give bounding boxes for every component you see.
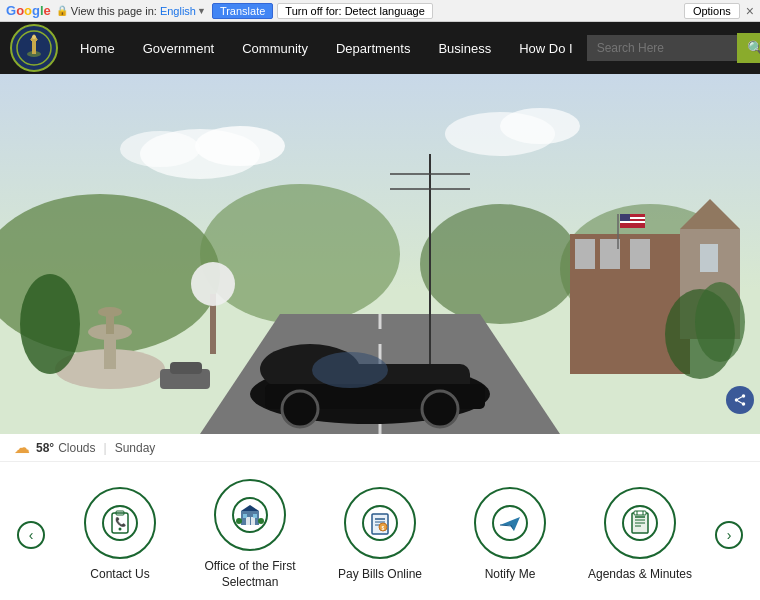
weather-bar: ☁ 58° Clouds | Sunday (0, 434, 760, 462)
svg-rect-43 (620, 214, 630, 221)
first-selectman-icon-circle (214, 479, 286, 551)
weather-condition: Clouds (58, 441, 95, 455)
navbar: Home Government Community Departments Bu… (0, 22, 760, 74)
hero-image (0, 74, 760, 434)
svg-rect-2 (32, 40, 36, 54)
agenda-icon (622, 505, 658, 541)
nav-item-business[interactable]: Business (424, 22, 505, 74)
svg-point-31 (98, 307, 122, 317)
hero-scene (0, 74, 760, 434)
pay-bills-icon-circle: $ (344, 487, 416, 559)
svg-point-54 (742, 402, 746, 406)
svg-rect-14 (630, 239, 650, 269)
svg-point-59 (119, 528, 122, 531)
lock-icon: 🔒 (56, 5, 68, 16)
svg-rect-12 (575, 239, 595, 269)
svg-point-36 (500, 108, 580, 144)
pay-bills-label: Pay Bills Online (338, 567, 422, 583)
quicklink-contact[interactable]: 📞 Contact Us (65, 487, 175, 583)
notify-icon (492, 505, 528, 541)
nav-item-home[interactable]: Home (66, 22, 129, 74)
search-button[interactable]: 🔍 (737, 33, 760, 63)
svg-point-26 (312, 352, 388, 388)
agendas-icon-circle (604, 487, 676, 559)
nav-item-government[interactable]: Government (129, 22, 229, 74)
weather-day: Sunday (115, 441, 156, 455)
agendas-label: Agendas & Minutes (588, 567, 692, 583)
share-icon (733, 393, 747, 407)
svg-point-9 (420, 204, 580, 324)
quicklink-first-selectman[interactable]: Office of the FirstSelectman (195, 479, 305, 590)
quick-links: ‹ 📞 Contact Us (0, 462, 760, 600)
weather-cloud-icon: ☁ (14, 438, 30, 457)
weather-temp: 58° (36, 441, 54, 455)
svg-point-69 (236, 518, 242, 524)
search-input[interactable] (587, 35, 737, 61)
svg-point-49 (191, 262, 235, 306)
svg-text:📞: 📞 (115, 516, 127, 528)
svg-point-5 (32, 35, 36, 39)
turnoff-button[interactable]: Turn off for: Detect language (277, 3, 432, 19)
svg-rect-51 (170, 362, 202, 374)
svg-point-45 (20, 274, 80, 374)
first-selectman-label: Office of the FirstSelectman (204, 559, 295, 590)
translate-bar: Google 🔒 View this page in: English ▼ Tr… (0, 0, 760, 22)
prev-arrow-button[interactable]: ‹ (17, 521, 45, 549)
svg-rect-17 (700, 244, 718, 272)
notify-label: Notify Me (485, 567, 536, 583)
notify-icon-circle (474, 487, 546, 559)
translate-button[interactable]: Translate (212, 3, 273, 19)
contact-label: Contact Us (90, 567, 149, 583)
svg-point-24 (282, 391, 318, 427)
svg-line-56 (738, 397, 742, 399)
svg-rect-88 (634, 511, 646, 515)
logo-svg (16, 30, 52, 66)
language-link[interactable]: English (160, 5, 196, 17)
svg-line-55 (738, 401, 742, 403)
close-translate-icon[interactable]: × (746, 3, 754, 19)
share-button[interactable] (726, 386, 754, 414)
svg-point-34 (120, 131, 200, 167)
svg-text:$: $ (382, 525, 385, 531)
site-logo[interactable] (10, 24, 58, 72)
svg-rect-68 (253, 514, 257, 518)
nav-item-community[interactable]: Community (228, 22, 322, 74)
svg-rect-13 (600, 239, 620, 269)
svg-rect-65 (246, 517, 250, 525)
nav-item-how-do-i[interactable]: How Do I (505, 22, 586, 74)
next-arrow-button[interactable]: › (715, 521, 743, 549)
quicklink-pay-bills[interactable]: $ Pay Bills Online (325, 487, 435, 583)
svg-point-47 (695, 282, 745, 362)
lang-arrow-icon: ▼ (197, 6, 206, 16)
building-icon (232, 497, 268, 533)
svg-point-33 (195, 126, 285, 166)
svg-rect-66 (251, 517, 255, 525)
svg-point-52 (742, 394, 746, 398)
phone-icon: 📞 (102, 505, 138, 541)
svg-point-70 (258, 518, 264, 524)
weather-separator: | (104, 441, 107, 455)
translate-bar-text: View this page in: (71, 5, 157, 17)
nav-item-departments[interactable]: Departments (322, 22, 424, 74)
options-button[interactable]: Options (684, 3, 740, 19)
contact-icon-circle: 📞 (84, 487, 156, 559)
quicklink-agendas[interactable]: Agendas & Minutes (585, 487, 695, 583)
svg-point-53 (735, 398, 739, 402)
svg-point-25 (422, 391, 458, 427)
bills-icon: $ (362, 505, 398, 541)
search-area: 🔍 (587, 33, 760, 63)
svg-rect-67 (243, 514, 247, 518)
google-logo: Google (6, 3, 51, 18)
nav-links: Home Government Community Departments Bu… (66, 22, 587, 74)
svg-rect-42 (620, 221, 645, 223)
svg-point-8 (200, 184, 400, 324)
quicklink-notify[interactable]: Notify Me (455, 487, 565, 583)
